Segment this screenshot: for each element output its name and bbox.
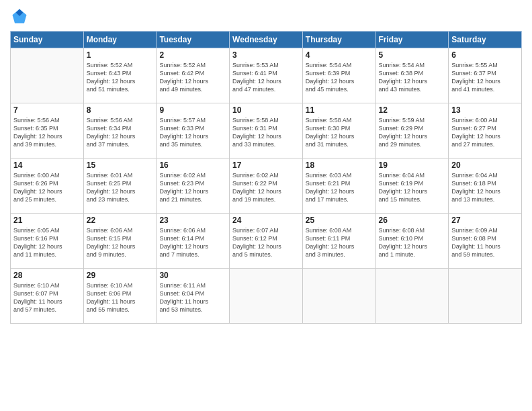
day-number: 5 bbox=[379, 50, 446, 60]
day-info: Sunrise: 5:57 AMSunset: 6:33 PMDaylight:… bbox=[159, 116, 226, 149]
calendar-cell bbox=[302, 269, 375, 324]
calendar-cell: 25Sunrise: 6:08 AMSunset: 6:11 PMDayligh… bbox=[302, 214, 375, 269]
day-info: Sunrise: 6:04 AMSunset: 6:19 PMDaylight:… bbox=[379, 171, 446, 204]
calendar-cell: 9Sunrise: 5:57 AMSunset: 6:33 PMDaylight… bbox=[157, 103, 230, 158]
day-number: 28 bbox=[13, 271, 81, 280]
day-number: 29 bbox=[87, 271, 154, 280]
day-number: 27 bbox=[451, 216, 519, 225]
day-info: Sunrise: 6:10 AMSunset: 6:07 PMDaylight:… bbox=[13, 281, 81, 314]
day-number: 2 bbox=[159, 50, 226, 60]
day-number: 17 bbox=[232, 161, 300, 170]
day-number: 16 bbox=[159, 161, 226, 170]
day-info: Sunrise: 5:56 AMSunset: 6:35 PMDaylight:… bbox=[13, 116, 81, 149]
day-number: 3 bbox=[232, 50, 300, 60]
week-row-4: 21Sunrise: 6:05 AMSunset: 6:16 PMDayligh… bbox=[11, 214, 522, 269]
calendar-cell: 19Sunrise: 6:04 AMSunset: 6:19 PMDayligh… bbox=[375, 158, 449, 214]
weekday-header-tuesday: Tuesday bbox=[157, 32, 230, 48]
day-number: 18 bbox=[306, 161, 373, 170]
day-number: 30 bbox=[159, 271, 226, 280]
day-info: Sunrise: 6:03 AMSunset: 6:21 PMDaylight:… bbox=[306, 171, 373, 204]
calendar-cell: 14Sunrise: 6:00 AMSunset: 6:26 PMDayligh… bbox=[11, 158, 84, 214]
calendar-cell: 8Sunrise: 5:56 AMSunset: 6:34 PMDaylight… bbox=[83, 103, 157, 158]
day-info: Sunrise: 6:11 AMSunset: 6:04 PMDaylight:… bbox=[159, 281, 226, 314]
page-container: SundayMondayTuesdayWednesdayThursdayFrid… bbox=[0, 0, 532, 330]
weekday-header-monday: Monday bbox=[83, 32, 157, 48]
day-number: 6 bbox=[451, 50, 519, 60]
calendar-cell: 4Sunrise: 5:54 AMSunset: 6:39 PMDaylight… bbox=[302, 48, 375, 103]
day-number: 21 bbox=[13, 216, 81, 225]
day-info: Sunrise: 5:54 AMSunset: 6:39 PMDaylight:… bbox=[306, 61, 373, 94]
day-number: 26 bbox=[379, 216, 446, 225]
day-info: Sunrise: 5:59 AMSunset: 6:29 PMDaylight:… bbox=[379, 116, 446, 149]
calendar-cell: 22Sunrise: 6:06 AMSunset: 6:15 PMDayligh… bbox=[83, 214, 157, 269]
day-number: 23 bbox=[159, 216, 226, 225]
weekday-header-saturday: Saturday bbox=[449, 32, 522, 48]
day-number: 9 bbox=[159, 105, 226, 115]
day-info: Sunrise: 6:00 AMSunset: 6:27 PMDaylight:… bbox=[451, 116, 519, 149]
calendar-cell: 11Sunrise: 5:58 AMSunset: 6:30 PMDayligh… bbox=[302, 103, 375, 158]
calendar-cell: 23Sunrise: 6:06 AMSunset: 6:14 PMDayligh… bbox=[157, 214, 230, 269]
calendar-cell bbox=[230, 269, 303, 324]
day-info: Sunrise: 6:06 AMSunset: 6:14 PMDaylight:… bbox=[159, 226, 226, 259]
day-info: Sunrise: 6:08 AMSunset: 6:10 PMDaylight:… bbox=[379, 226, 446, 259]
calendar-table: SundayMondayTuesdayWednesdayThursdayFrid… bbox=[10, 31, 522, 324]
day-number: 8 bbox=[87, 105, 154, 115]
calendar-cell: 17Sunrise: 6:02 AMSunset: 6:22 PMDayligh… bbox=[230, 158, 303, 214]
calendar-cell: 30Sunrise: 6:11 AMSunset: 6:04 PMDayligh… bbox=[157, 269, 230, 324]
calendar-cell: 18Sunrise: 6:03 AMSunset: 6:21 PMDayligh… bbox=[302, 158, 375, 214]
day-number: 10 bbox=[232, 105, 300, 115]
day-info: Sunrise: 5:53 AMSunset: 6:41 PMDaylight:… bbox=[232, 61, 300, 94]
day-info: Sunrise: 6:05 AMSunset: 6:16 PMDaylight:… bbox=[13, 226, 81, 259]
day-number: 15 bbox=[87, 161, 154, 170]
calendar-cell bbox=[375, 269, 449, 324]
day-number: 19 bbox=[379, 161, 446, 170]
header bbox=[10, 7, 522, 26]
day-number: 1 bbox=[87, 50, 154, 60]
week-row-2: 7Sunrise: 5:56 AMSunset: 6:35 PMDaylight… bbox=[11, 103, 522, 158]
calendar-cell: 12Sunrise: 5:59 AMSunset: 6:29 PMDayligh… bbox=[375, 103, 449, 158]
day-info: Sunrise: 6:00 AMSunset: 6:26 PMDaylight:… bbox=[13, 171, 81, 204]
day-number: 4 bbox=[306, 50, 373, 60]
calendar-cell: 24Sunrise: 6:07 AMSunset: 6:12 PMDayligh… bbox=[230, 214, 303, 269]
day-number: 22 bbox=[87, 216, 154, 225]
day-info: Sunrise: 6:02 AMSunset: 6:22 PMDaylight:… bbox=[232, 171, 300, 204]
calendar-cell: 20Sunrise: 6:04 AMSunset: 6:18 PMDayligh… bbox=[449, 158, 522, 214]
calendar-cell: 29Sunrise: 6:10 AMSunset: 6:06 PMDayligh… bbox=[83, 269, 157, 324]
day-info: Sunrise: 6:09 AMSunset: 6:08 PMDaylight:… bbox=[451, 226, 519, 259]
day-info: Sunrise: 5:52 AMSunset: 6:43 PMDaylight:… bbox=[87, 61, 154, 94]
day-info: Sunrise: 5:55 AMSunset: 6:37 PMDaylight:… bbox=[451, 61, 519, 94]
day-number: 13 bbox=[451, 105, 519, 115]
calendar-cell bbox=[449, 269, 522, 324]
calendar-cell: 1Sunrise: 5:52 AMSunset: 6:43 PMDaylight… bbox=[83, 48, 157, 103]
weekday-header-wednesday: Wednesday bbox=[230, 32, 303, 48]
calendar-cell: 13Sunrise: 6:00 AMSunset: 6:27 PMDayligh… bbox=[449, 103, 522, 158]
day-info: Sunrise: 6:06 AMSunset: 6:15 PMDaylight:… bbox=[87, 226, 154, 259]
day-info: Sunrise: 5:58 AMSunset: 6:31 PMDaylight:… bbox=[232, 116, 300, 149]
day-info: Sunrise: 6:10 AMSunset: 6:06 PMDaylight:… bbox=[87, 281, 154, 314]
calendar-cell: 3Sunrise: 5:53 AMSunset: 6:41 PMDaylight… bbox=[230, 48, 303, 103]
day-number: 24 bbox=[232, 216, 300, 225]
day-info: Sunrise: 6:08 AMSunset: 6:11 PMDaylight:… bbox=[306, 226, 373, 259]
calendar-cell: 21Sunrise: 6:05 AMSunset: 6:16 PMDayligh… bbox=[11, 214, 84, 269]
day-info: Sunrise: 5:58 AMSunset: 6:30 PMDaylight:… bbox=[306, 116, 373, 149]
day-number: 7 bbox=[13, 105, 81, 115]
calendar-cell: 15Sunrise: 6:01 AMSunset: 6:25 PMDayligh… bbox=[83, 158, 157, 214]
day-info: Sunrise: 5:54 AMSunset: 6:38 PMDaylight:… bbox=[379, 61, 446, 94]
week-row-3: 14Sunrise: 6:00 AMSunset: 6:26 PMDayligh… bbox=[11, 158, 522, 214]
weekday-header-row: SundayMondayTuesdayWednesdayThursdayFrid… bbox=[11, 32, 522, 48]
day-info: Sunrise: 6:01 AMSunset: 6:25 PMDaylight:… bbox=[87, 171, 154, 204]
calendar-cell: 2Sunrise: 5:52 AMSunset: 6:42 PMDaylight… bbox=[157, 48, 230, 103]
calendar-cell: 28Sunrise: 6:10 AMSunset: 6:07 PMDayligh… bbox=[11, 269, 84, 324]
calendar-cell: 10Sunrise: 5:58 AMSunset: 6:31 PMDayligh… bbox=[230, 103, 303, 158]
day-info: Sunrise: 5:56 AMSunset: 6:34 PMDaylight:… bbox=[87, 116, 154, 149]
calendar-cell bbox=[11, 48, 84, 103]
day-info: Sunrise: 6:07 AMSunset: 6:12 PMDaylight:… bbox=[232, 226, 300, 259]
day-number: 11 bbox=[306, 105, 373, 115]
weekday-header-sunday: Sunday bbox=[11, 32, 84, 48]
day-info: Sunrise: 6:02 AMSunset: 6:23 PMDaylight:… bbox=[159, 171, 226, 204]
week-row-5: 28Sunrise: 6:10 AMSunset: 6:07 PMDayligh… bbox=[11, 269, 522, 324]
day-number: 12 bbox=[379, 105, 446, 115]
weekday-header-thursday: Thursday bbox=[302, 32, 375, 48]
calendar-cell: 6Sunrise: 5:55 AMSunset: 6:37 PMDaylight… bbox=[449, 48, 522, 103]
calendar-cell: 26Sunrise: 6:08 AMSunset: 6:10 PMDayligh… bbox=[375, 214, 449, 269]
